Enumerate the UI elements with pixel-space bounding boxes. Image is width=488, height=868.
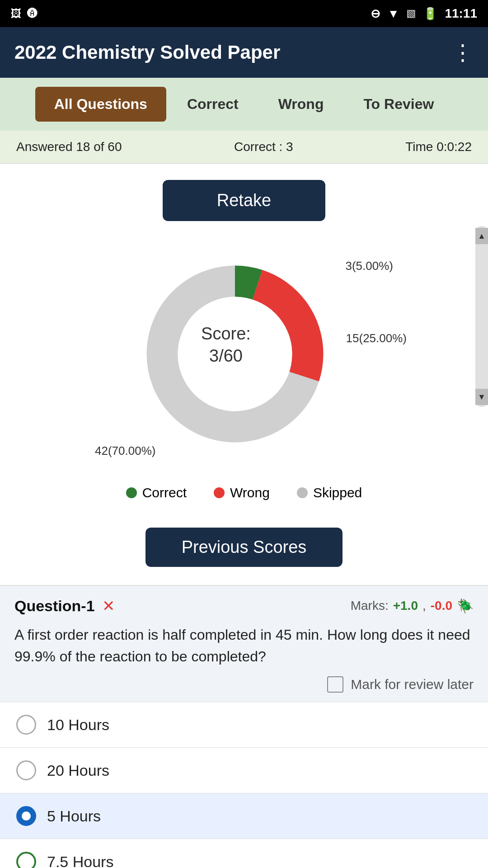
option-d-row[interactable]: 7.5 Hours xyxy=(0,839,488,868)
tab-wrong[interactable]: Wrong xyxy=(259,87,343,122)
wrong-legend-label: Wrong xyxy=(230,485,270,500)
score-text: Score: xyxy=(201,324,251,343)
score-center-label: Score: 3/60 xyxy=(201,323,251,368)
option-a-row[interactable]: 10 Hours xyxy=(0,702,488,747)
review-checkbox-row: Mark for review later xyxy=(0,676,488,702)
options-list: 10 Hours 20 Hours 5 Hours 7.5 Hours xyxy=(0,702,488,868)
question-1-title-row: Question-1 ✕ xyxy=(14,597,115,615)
status-right: ⊖ ▼ ▧ 🔋 11:11 xyxy=(371,6,477,21)
tab-to-review[interactable]: To Review xyxy=(344,87,453,122)
time-elapsed: Time 0:0:22 xyxy=(405,140,472,154)
option-b-radio[interactable] xyxy=(16,760,36,780)
question-1-marks: Marks: +1.0, -0.0 🪲 xyxy=(351,598,474,614)
legend-wrong: Wrong xyxy=(214,485,270,500)
app-header: 2022 Chemistry Solved Paper ⋮ xyxy=(0,27,488,78)
status-icons-left: 🖼 🅐 xyxy=(11,7,38,20)
scroll-down-arrow[interactable]: ▼ xyxy=(475,389,488,405)
question-1-card: Question-1 ✕ Marks: +1.0, -0.0 🪲 A first… xyxy=(0,585,488,702)
chart-section: Score: 3/60 3(5.00%) 15(25.00%) 42(70.00… xyxy=(0,232,488,519)
option-b-row[interactable]: 20 Hours xyxy=(0,747,488,793)
question-1-status-icon: ✕ xyxy=(102,597,115,615)
photo-icon: 🖼 xyxy=(11,7,22,20)
option-a-radio[interactable] xyxy=(16,715,36,735)
skipped-annotation: 42(70.00%) xyxy=(95,444,155,458)
retake-button[interactable]: Retake xyxy=(163,180,325,221)
tab-all-questions[interactable]: All Questions xyxy=(35,87,166,122)
retake-section: Retake xyxy=(0,164,488,232)
clock: 11:11 xyxy=(445,6,477,21)
chart-legend: Correct Wrong Skipped xyxy=(126,485,362,500)
review-label: Mark for review later xyxy=(351,677,474,692)
marks-positive: +1.0 xyxy=(393,599,418,613)
option-c-row[interactable]: 5 Hours xyxy=(0,793,488,839)
answered-count: Answered 18 of 60 xyxy=(16,140,122,154)
wrong-annotation: 15(25.00%) xyxy=(346,331,407,345)
skipped-legend-label: Skipped xyxy=(313,485,362,500)
marks-label: Marks: xyxy=(351,599,389,613)
option-c-radio[interactable] xyxy=(16,806,36,826)
battery-icon: 🔋 xyxy=(423,7,437,21)
score-value: 3/60 xyxy=(209,346,243,365)
option-c-label: 5 Hours xyxy=(47,807,101,825)
do-not-disturb-icon: ⊖ xyxy=(371,7,380,21)
wrong-dot xyxy=(214,487,225,498)
bug-icon[interactable]: 🪲 xyxy=(457,598,474,614)
accessibility-icon: 🅐 xyxy=(27,7,38,20)
scroll-up-arrow[interactable]: ▲ xyxy=(475,228,488,244)
prev-scores-section: Previous Scores xyxy=(0,519,488,585)
option-d-label: 7.5 Hours xyxy=(47,853,113,868)
scrollbar[interactable]: ▲ ▼ xyxy=(475,226,488,407)
correct-count: Correct : 3 xyxy=(234,140,293,154)
skipped-dot xyxy=(297,487,308,498)
question-1-number: Question-1 xyxy=(14,597,95,615)
stats-bar: Answered 18 of 60 Correct : 3 Time 0:0:2… xyxy=(0,131,488,164)
tab-bar: All Questions Correct Wrong To Review xyxy=(0,78,488,131)
legend-skipped: Skipped xyxy=(297,485,362,500)
status-bar: 🖼 🅐 ⊖ ▼ ▧ 🔋 11:11 xyxy=(0,0,488,27)
question-1-header: Question-1 ✕ Marks: +1.0, -0.0 🪲 xyxy=(0,586,488,619)
marks-negative: -0.0 xyxy=(431,599,452,613)
correct-dot xyxy=(126,487,137,498)
donut-chart-container: Score: 3/60 3(5.00%) 15(25.00%) 42(70.00… xyxy=(86,241,402,476)
review-checkbox[interactable] xyxy=(327,676,343,693)
option-b-label: 20 Hours xyxy=(47,762,109,779)
wifi-icon: ▼ xyxy=(388,7,399,21)
app-title: 2022 Chemistry Solved Paper xyxy=(14,42,280,63)
option-d-radio[interactable] xyxy=(16,852,36,868)
previous-scores-button[interactable]: Previous Scores xyxy=(145,528,343,567)
option-a-label: 10 Hours xyxy=(47,716,109,734)
question-1-text: A first order reaction is half completed… xyxy=(0,619,488,676)
correct-legend-label: Correct xyxy=(142,485,187,500)
menu-icon[interactable]: ⋮ xyxy=(452,40,474,65)
tab-correct[interactable]: Correct xyxy=(168,87,258,122)
sim-icon: ▧ xyxy=(406,8,416,19)
legend-correct: Correct xyxy=(126,485,187,500)
correct-annotation: 3(5.00%) xyxy=(346,259,394,273)
